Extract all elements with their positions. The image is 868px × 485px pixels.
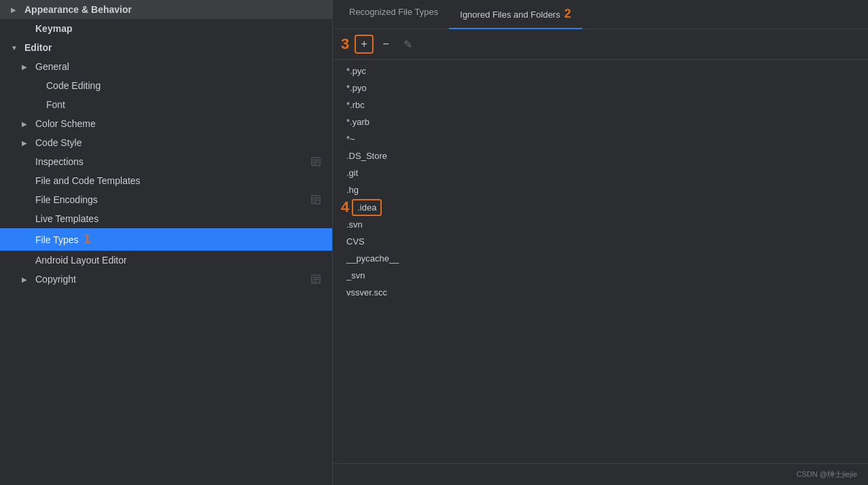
file-item-svn2[interactable]: _svn	[333, 267, 868, 284]
sidebar-label-file-encodings: File Encodings	[35, 194, 98, 205]
sidebar-item-code-editing[interactable]: Code Editing	[0, 76, 332, 95]
sidebar-label-general: General	[35, 61, 69, 72]
sidebar-item-keymap[interactable]: Keymap	[0, 19, 332, 38]
svg-rect-11	[313, 281, 317, 282]
sidebar-item-appearance-behavior[interactable]: ▶Appearance & Behavior	[0, 0, 332, 19]
sidebar-label-editor: Editor	[24, 42, 52, 53]
sidebar-item-live-templates[interactable]: Live Templates	[0, 209, 332, 228]
annotation-1: 1	[84, 232, 91, 247]
svg-rect-1	[313, 160, 319, 160]
file-item-rbc[interactable]: *.rbc	[333, 96, 868, 113]
sidebar-item-inspections[interactable]: Inspections	[0, 152, 332, 171]
sidebar-item-general[interactable]: ▶General	[0, 57, 332, 76]
sidebar-item-color-scheme[interactable]: ▶Color Scheme	[0, 114, 332, 133]
credits-text: CSDN @绅士jiejie	[797, 470, 857, 478]
bottom-bar: CSDN @绅士jiejie	[333, 463, 868, 485]
svg-rect-3	[313, 164, 317, 164]
sidebar-item-android-layout-editor[interactable]: Android Layout Editor	[0, 251, 332, 270]
svg-rect-6	[313, 200, 319, 200]
file-item-tilde[interactable]: *~	[333, 130, 868, 147]
svg-rect-5	[313, 198, 319, 198]
edit-button[interactable]: ✎	[398, 35, 417, 54]
sidebar-item-copyright[interactable]: ▶Copyright	[0, 270, 332, 289]
tab-ignored-files-folders[interactable]: Ignored Files and Folders2	[449, 0, 581, 29]
chevron-icon-code-style: ▶	[22, 139, 33, 147]
file-item-svn[interactable]: .svn	[333, 216, 868, 233]
svg-rect-7	[313, 202, 317, 202]
file-item-hg[interactable]: .hg	[333, 181, 868, 198]
chevron-icon-copyright: ▶	[22, 276, 33, 283]
settings-icon-inspections	[310, 156, 321, 167]
file-item-pycache[interactable]: __pycache__	[333, 250, 868, 267]
file-item-idea[interactable]: .idea	[352, 199, 382, 216]
file-item-cvs[interactable]: CVS	[333, 233, 868, 250]
main-content: Recognized File TypesIgnored Files and F…	[333, 0, 868, 485]
annotation-2: 2	[564, 7, 571, 20]
file-item-yarb[interactable]: *.yarb	[333, 113, 868, 130]
sidebar-label-keymap: Keymap	[35, 23, 72, 34]
sidebar-label-code-style: Code Style	[35, 137, 82, 148]
settings-icon-copyright	[310, 274, 321, 285]
sidebar-item-font[interactable]: Font	[0, 95, 332, 114]
sidebar-label-live-templates: Live Templates	[35, 213, 98, 224]
tab-recognized-file-types[interactable]: Recognized File Types	[338, 0, 449, 29]
file-item-git[interactable]: .git	[333, 164, 868, 181]
sidebar-label-file-types: File Types	[35, 234, 79, 245]
file-item-pyc[interactable]: *.pyc	[333, 62, 868, 79]
sidebar-label-android-layout-editor: Android Layout Editor	[35, 255, 127, 266]
sidebar-label-font: Font	[46, 99, 65, 110]
chevron-icon-general: ▶	[22, 63, 33, 71]
chevron-icon-editor: ▼	[11, 44, 22, 52]
toolbar: 3 + − ✎	[333, 29, 868, 60]
sidebar-label-color-scheme: Color Scheme	[35, 118, 96, 129]
file-item-vssver[interactable]: vssver.scc	[333, 284, 868, 301]
remove-button[interactable]: −	[376, 35, 395, 54]
chevron-icon-appearance-behavior: ▶	[11, 6, 22, 14]
file-item-pyo[interactable]: *.pyo	[333, 79, 868, 96]
sidebar-item-file-code-templates[interactable]: File and Code Templates	[0, 171, 332, 190]
add-button[interactable]: +	[355, 35, 374, 54]
sidebar-item-code-style[interactable]: ▶Code Style	[0, 133, 332, 152]
sidebar-item-editor[interactable]: ▼Editor	[0, 38, 332, 57]
annotation-4: 4	[341, 198, 349, 216]
file-item-ds-store[interactable]: .DS_Store	[333, 147, 868, 164]
svg-rect-10	[313, 279, 319, 280]
svg-rect-9	[313, 277, 319, 278]
sidebar-label-file-code-templates: File and Code Templates	[35, 175, 141, 186]
sidebar-label-appearance-behavior: Appearance & Behavior	[24, 4, 132, 15]
sidebar-item-file-types[interactable]: File Types1	[0, 228, 332, 251]
annotation-3: 3	[341, 35, 349, 53]
chevron-icon-color-scheme: ▶	[22, 120, 33, 128]
settings-sidebar: ▶Appearance & BehaviorKeymap▼Editor▶Gene…	[0, 0, 333, 485]
sidebar-label-code-editing: Code Editing	[46, 80, 101, 91]
sidebar-label-inspections: Inspections	[35, 156, 84, 167]
sidebar-item-file-encodings[interactable]: File Encodings	[0, 190, 332, 209]
settings-icon-file-encodings	[310, 194, 321, 205]
sidebar-label-copyright: Copyright	[35, 274, 76, 285]
file-list: *.pyc*.pyo*.rbc*.yarb*~.DS_Store.git.hg4…	[333, 60, 868, 463]
tabs-container: Recognized File TypesIgnored Files and F…	[333, 0, 868, 29]
svg-rect-2	[313, 162, 319, 162]
